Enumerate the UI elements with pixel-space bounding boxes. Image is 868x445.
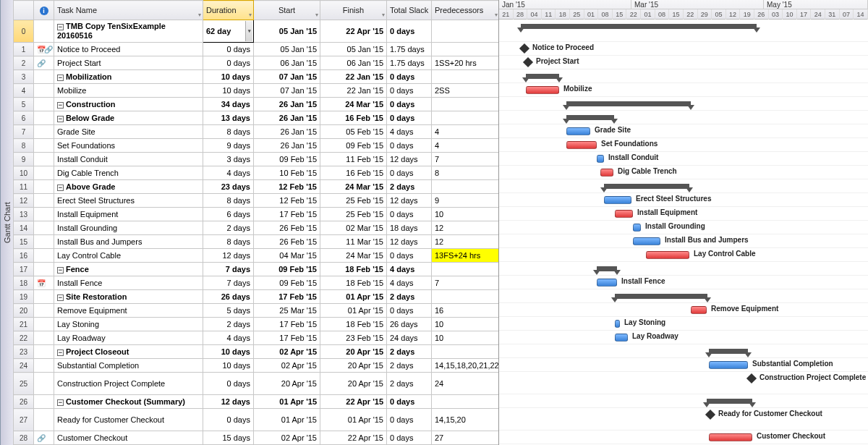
task-bar[interactable] <box>615 210 633 218</box>
table-row[interactable]: 9Install Conduit3 days09 Feb '1511 Feb '… <box>14 153 500 166</box>
finish-cell[interactable]: 18 Feb '15 <box>320 318 387 331</box>
duration-cell[interactable]: 10 days <box>203 359 254 373</box>
col-header-info[interactable]: i <box>34 1 54 20</box>
finish-cell[interactable]: 01 Apr '15 <box>320 290 387 304</box>
predecessors-cell[interactable] <box>432 111 500 125</box>
task-name-cell[interactable]: −Site Restoration <box>54 290 203 304</box>
duration-cell[interactable]: 4 days <box>203 166 254 180</box>
finish-cell[interactable]: 11 Feb '15 <box>320 153 387 166</box>
task-name-cell[interactable]: Grade Site <box>54 125 203 139</box>
task-bar[interactable] <box>600 169 613 177</box>
row-number[interactable]: 7 <box>14 125 34 139</box>
task-bar[interactable] <box>566 141 597 149</box>
task-bar[interactable] <box>709 433 752 441</box>
slack-cell[interactable]: 0 days <box>387 84 432 98</box>
finish-cell[interactable]: 24 Mar '15 <box>320 249 387 263</box>
slack-cell[interactable]: 12 days <box>387 194 432 208</box>
predecessors-cell[interactable] <box>432 345 500 359</box>
task-name-cell[interactable]: Install Conduit <box>54 153 203 166</box>
row-number[interactable]: 1 <box>14 43 34 56</box>
row-number[interactable]: 5 <box>14 98 34 111</box>
col-header-finish[interactable]: Finish ▾ <box>320 1 387 20</box>
start-cell[interactable]: 17 Feb '15 <box>254 331 320 345</box>
table-row[interactable]: 12Erect Steel Structures8 days12 Feb '15… <box>14 194 500 208</box>
slack-cell[interactable]: 0 days <box>387 166 432 180</box>
start-cell[interactable]: 12 Feb '15 <box>254 194 320 208</box>
start-cell[interactable]: 01 Apr '15 <box>254 395 320 409</box>
duration-cell[interactable]: 4 days <box>203 331 254 345</box>
table-row[interactable]: 4Mobilize10 days07 Jan '1522 Jan '150 da… <box>14 84 500 98</box>
duration-cell[interactable]: 10 days <box>203 84 254 98</box>
task-name-cell[interactable]: Ready for Customer Checkout <box>54 409 203 431</box>
task-name-cell[interactable]: Lay Control Cable <box>54 249 203 263</box>
gantt-row[interactable]: Grade Site <box>499 124 868 138</box>
start-cell[interactable]: 25 Mar '15 <box>254 304 320 318</box>
row-number[interactable]: 27 <box>14 409 34 431</box>
row-number[interactable]: 20 <box>14 304 34 318</box>
table-row[interactable]: 3−Mobilization10 days07 Jan '1522 Jan '1… <box>14 70 500 84</box>
start-cell[interactable]: 26 Jan '15 <box>254 139 320 153</box>
summary-bar[interactable] <box>597 266 617 271</box>
table-row[interactable]: 18📅Install Fence7 days09 Feb '1518 Feb '… <box>14 276 500 290</box>
finish-cell[interactable]: 23 Feb '15 <box>320 331 387 345</box>
duration-cell[interactable]: 8 days <box>203 194 254 208</box>
predecessors-cell[interactable]: 4 <box>432 125 500 139</box>
finish-cell[interactable]: 25 Feb '15 <box>320 208 387 221</box>
slack-cell[interactable]: 0 days <box>387 70 432 84</box>
predecessors-cell[interactable] <box>432 98 500 111</box>
duration-cell[interactable]: 6 days <box>203 208 254 221</box>
slack-cell[interactable]: 2 days <box>387 359 432 373</box>
task-bar[interactable] <box>615 320 620 328</box>
row-number[interactable]: 15 <box>14 235 34 249</box>
task-name-cell[interactable]: Remove Equipment <box>54 304 203 318</box>
gantt-row[interactable]: Install Equipment <box>499 207 868 221</box>
duration-cell[interactable]: 10 days <box>203 345 254 359</box>
predecessors-cell[interactable]: 7 <box>432 153 500 166</box>
finish-cell[interactable]: 01 Apr '15 <box>320 304 387 318</box>
table-row[interactable]: 22Lay Roadway4 days17 Feb '1523 Feb '152… <box>14 331 500 345</box>
task-name-cell[interactable]: −TMB Copy TenSixExample 20160516 <box>54 20 203 43</box>
row-number[interactable]: 11 <box>14 180 34 194</box>
start-cell[interactable]: 17 Feb '15 <box>254 290 320 304</box>
task-name-cell[interactable]: −Below Grade <box>54 111 203 125</box>
table-row[interactable]: 26−Customer Checkout (Summary)12 days01 … <box>14 395 500 409</box>
predecessors-cell[interactable] <box>432 43 500 56</box>
predecessors-cell[interactable]: 10 <box>432 318 500 331</box>
slack-cell[interactable]: 12 days <box>387 235 432 249</box>
table-row[interactable]: 13Install Equipment6 days17 Feb '1525 Fe… <box>14 208 500 221</box>
finish-cell[interactable]: 20 Apr '15 <box>320 373 387 395</box>
finish-cell[interactable]: 11 Mar '15 <box>320 235 387 249</box>
task-bar[interactable] <box>633 237 660 245</box>
gantt-chart-vertical-tab[interactable]: Gantt Chart <box>0 0 13 445</box>
row-number[interactable]: 25 <box>14 373 34 395</box>
task-name-cell[interactable]: Install Fence <box>54 276 203 290</box>
slack-cell[interactable]: 4 days <box>387 263 432 276</box>
gantt-row[interactable] <box>499 179 868 193</box>
outline-toggle[interactable]: − <box>57 399 64 406</box>
slack-cell[interactable]: 0 days <box>387 304 432 318</box>
slack-cell[interactable]: 26 days <box>387 318 432 331</box>
row-number[interactable]: 4 <box>14 84 34 98</box>
duration-cell[interactable]: 9 days <box>203 139 254 153</box>
task-name-cell[interactable]: Lay Stoning <box>54 318 203 331</box>
task-bar[interactable] <box>604 196 631 204</box>
task-bar[interactable] <box>597 155 604 163</box>
predecessors-cell[interactable]: 14,15,18,20,21,22 <box>432 359 500 373</box>
row-number[interactable]: 0 <box>14 20 34 43</box>
row-number[interactable]: 9 <box>14 153 34 166</box>
start-cell[interactable]: 26 Jan '15 <box>254 125 320 139</box>
task-name-cell[interactable]: Dig Cable Trench <box>54 166 203 180</box>
summary-bar[interactable] <box>707 399 752 404</box>
gantt-row[interactable] <box>499 289 868 303</box>
task-bar[interactable] <box>615 334 628 342</box>
task-bar[interactable] <box>597 279 617 287</box>
finish-cell[interactable]: 22 Jan '15 <box>320 70 387 84</box>
table-row[interactable]: 7Grade Site8 days26 Jan '1505 Feb '154 d… <box>14 125 500 139</box>
slack-cell[interactable]: 12 days <box>387 153 432 166</box>
row-number[interactable]: 10 <box>14 166 34 180</box>
gantt-row[interactable]: Install Bus and Jumpers <box>499 234 868 248</box>
start-cell[interactable]: 20 Apr '15 <box>254 373 320 395</box>
duration-cell[interactable]: 7 days <box>203 276 254 290</box>
task-name-cell[interactable]: −Mobilization <box>54 70 203 84</box>
slack-cell[interactable]: 0 days <box>387 249 432 263</box>
